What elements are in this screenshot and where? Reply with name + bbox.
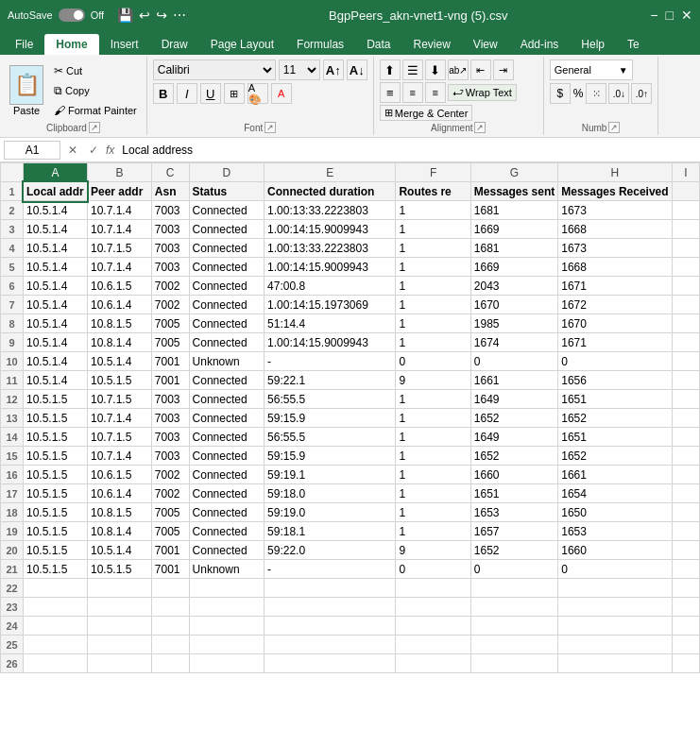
table-cell[interactable] (672, 522, 699, 541)
indent-decrease-button[interactable]: ⇤ (470, 59, 491, 80)
table-cell[interactable]: 10.7.1.4 (87, 201, 151, 220)
table-cell[interactable]: 7003 (151, 239, 189, 258)
table-cell[interactable]: 1672 (558, 296, 672, 314)
table-cell[interactable]: Local addr (24, 182, 88, 201)
table-cell[interactable]: Peer addr (87, 182, 151, 201)
table-cell[interactable]: Connected (189, 522, 265, 541)
table-cell[interactable]: 7005 (151, 503, 189, 522)
table-cell[interactable] (189, 636, 265, 654)
col-header-a[interactable]: A (24, 163, 88, 182)
table-cell[interactable]: 10.8.1.5 (87, 503, 151, 522)
clipboard-expand-button[interactable]: ↗ (89, 122, 100, 133)
tab-review[interactable]: Review (401, 34, 461, 55)
table-cell[interactable]: 7002 (151, 277, 189, 296)
table-cell[interactable] (672, 598, 699, 617)
table-cell[interactable] (672, 503, 699, 522)
table-cell[interactable]: - (265, 560, 396, 579)
increase-decimal-button[interactable]: .0↑ (631, 83, 652, 104)
table-cell[interactable]: 1671 (558, 333, 672, 352)
table-cell[interactable]: 59:15.9 (265, 409, 396, 428)
font-size-select[interactable]: 11 (279, 59, 320, 80)
table-cell[interactable]: Connected (189, 277, 265, 296)
table-cell[interactable]: 1657 (470, 522, 557, 541)
copy-button[interactable]: ⧉ Copy (50, 82, 141, 99)
table-cell[interactable]: 1.00:14:15.1973069 (265, 296, 396, 314)
table-cell[interactable]: 10.5.1.4 (24, 296, 88, 314)
table-cell[interactable] (396, 654, 470, 673)
table-cell[interactable] (87, 598, 151, 617)
table-cell[interactable]: 0 (396, 352, 470, 371)
table-cell[interactable]: 9 (396, 371, 470, 390)
table-cell[interactable] (672, 428, 699, 447)
table-cell[interactable]: Messages sent (470, 182, 557, 201)
tab-view[interactable]: View (462, 34, 509, 55)
table-cell[interactable] (672, 352, 699, 371)
table-cell[interactable]: 56:55.5 (265, 428, 396, 447)
table-cell[interactable]: 59:18.1 (265, 522, 396, 541)
table-cell[interactable] (672, 409, 699, 428)
table-cell[interactable]: 7001 (151, 371, 189, 390)
table-cell[interactable]: Asn (151, 182, 189, 201)
table-cell[interactable] (672, 560, 699, 579)
table-cell[interactable]: 10.5.1.5 (24, 428, 88, 447)
table-cell[interactable]: 1 (396, 277, 470, 296)
table-cell[interactable] (87, 579, 151, 598)
table-cell[interactable] (672, 636, 699, 654)
table-cell[interactable] (672, 220, 699, 239)
cut-button[interactable]: ✂ Cut (50, 62, 141, 79)
table-cell[interactable]: 1653 (558, 522, 672, 541)
maximize-icon[interactable]: □ (666, 8, 674, 23)
table-cell[interactable]: 10.5.1.5 (24, 390, 88, 409)
table-cell[interactable]: 1652 (558, 447, 672, 466)
bottom-align-button[interactable]: ⬇ (425, 59, 446, 80)
table-cell[interactable]: Connected (189, 371, 265, 390)
table-cell[interactable] (24, 636, 88, 654)
extra-icon[interactable]: ⋯ (173, 8, 186, 23)
table-cell[interactable]: 1 (396, 409, 470, 428)
table-cell[interactable] (470, 636, 557, 654)
formula-check-button[interactable]: ✓ (85, 142, 102, 159)
table-cell[interactable]: 7001 (151, 541, 189, 560)
redo-icon[interactable]: ↩ (156, 8, 167, 23)
table-cell[interactable] (151, 636, 189, 654)
number-format-dropdown[interactable]: ▼ (619, 65, 628, 76)
table-cell[interactable] (265, 579, 396, 598)
table-cell[interactable]: 10.5.1.5 (87, 371, 151, 390)
table-cell[interactable]: - (265, 352, 396, 371)
table-cell[interactable] (470, 579, 557, 598)
table-cell[interactable]: 1669 (470, 258, 557, 277)
table-cell[interactable]: 0 (396, 560, 470, 579)
table-cell[interactable]: 59:22.1 (265, 371, 396, 390)
table-cell[interactable]: Unknown (189, 560, 265, 579)
table-cell[interactable]: 7002 (151, 484, 189, 503)
table-cell[interactable] (189, 598, 265, 617)
table-cell[interactable]: 1668 (558, 258, 672, 277)
increase-font-button[interactable]: A↑ (323, 59, 344, 80)
table-cell[interactable]: 59:19.0 (265, 503, 396, 522)
table-cell[interactable]: 1651 (558, 390, 672, 409)
spreadsheet-container[interactable]: A B C D E F G H I 1Local addrPeer addrAs… (0, 162, 700, 729)
table-cell[interactable]: Connected duration (265, 182, 396, 201)
table-cell[interactable]: 1670 (470, 296, 557, 314)
table-cell[interactable]: 1 (396, 239, 470, 258)
window-controls[interactable]: − □ ✕ (650, 8, 692, 23)
autosave-toggle[interactable] (59, 8, 85, 22)
table-cell[interactable]: Unknown (189, 352, 265, 371)
table-cell[interactable] (672, 239, 699, 258)
table-cell[interactable] (265, 636, 396, 654)
border-button[interactable]: ⊞ (224, 83, 245, 104)
table-cell[interactable]: 10.6.1.5 (87, 466, 151, 484)
table-cell[interactable]: Connected (189, 484, 265, 503)
table-cell[interactable] (672, 296, 699, 314)
table-cell[interactable]: 0 (558, 352, 672, 371)
decrease-decimal-button[interactable]: .0↓ (608, 83, 629, 104)
table-cell[interactable]: 1673 (558, 201, 672, 220)
col-header-d[interactable]: D (189, 163, 265, 182)
table-cell[interactable] (151, 654, 189, 673)
table-cell[interactable]: 7005 (151, 314, 189, 333)
table-cell[interactable]: 10.5.1.4 (24, 277, 88, 296)
col-header-c[interactable]: C (151, 163, 189, 182)
table-cell[interactable]: 10.7.1.5 (87, 428, 151, 447)
table-cell[interactable]: 10.5.1.4 (24, 258, 88, 277)
undo-icon[interactable]: ↩ (139, 8, 150, 23)
